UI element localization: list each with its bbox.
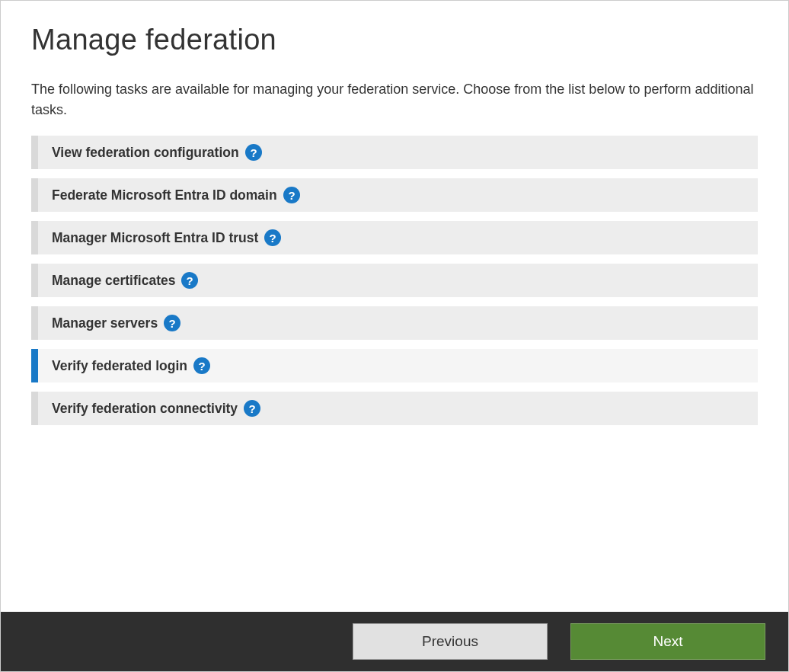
next-button[interactable]: Next <box>570 623 765 660</box>
previous-button[interactable]: Previous <box>353 623 548 660</box>
task-label: Federate Microsoft Entra ID domain <box>52 187 277 203</box>
task-label: Verify federated login <box>52 358 187 374</box>
task-selection-bar <box>31 306 38 340</box>
task-verify-federated-login[interactable]: Verify federated login ? <box>31 349 758 382</box>
footer: Previous Next <box>1 612 788 671</box>
task-selection-bar <box>31 349 38 382</box>
task-manage-certificates[interactable]: Manage certificates ? <box>31 264 758 297</box>
task-label: Manager servers <box>52 315 158 331</box>
help-icon[interactable]: ? <box>181 272 198 289</box>
task-manager-servers[interactable]: Manager servers ? <box>31 306 758 340</box>
svg-text:?: ? <box>270 232 276 245</box>
task-list: View federation configuration ? Federate… <box>31 136 758 425</box>
help-icon[interactable]: ? <box>244 400 260 417</box>
svg-text:?: ? <box>249 402 256 415</box>
task-label: Manage certificates <box>52 273 175 289</box>
page-title: Manage federation <box>31 24 758 56</box>
page-description: The following tasks are available for ma… <box>31 79 758 120</box>
help-icon[interactable]: ? <box>245 144 262 161</box>
task-selection-bar <box>31 221 38 254</box>
task-selection-bar <box>31 264 38 297</box>
svg-text:?: ? <box>169 317 176 330</box>
task-label: Manager Microsoft Entra ID trust <box>52 230 258 246</box>
task-federate-entra-id-domain[interactable]: Federate Microsoft Entra ID domain ? <box>31 178 758 212</box>
task-verify-federation-connectivity[interactable]: Verify federation connectivity ? <box>31 392 758 425</box>
task-view-federation-configuration[interactable]: View federation configuration ? <box>31 136 758 169</box>
help-icon[interactable]: ? <box>264 229 281 246</box>
svg-text:?: ? <box>187 274 193 287</box>
svg-text:?: ? <box>198 360 205 373</box>
task-selection-bar <box>31 136 38 169</box>
task-label: Verify federation connectivity <box>52 401 238 417</box>
task-selection-bar <box>31 178 38 212</box>
svg-text:?: ? <box>250 146 257 159</box>
help-icon[interactable]: ? <box>193 357 210 374</box>
task-selection-bar <box>31 392 38 425</box>
help-icon[interactable]: ? <box>283 187 300 203</box>
svg-text:?: ? <box>288 189 295 202</box>
task-label: View federation configuration <box>52 145 239 161</box>
task-manager-entra-id-trust[interactable]: Manager Microsoft Entra ID trust ? <box>31 221 758 254</box>
help-icon[interactable]: ? <box>164 315 180 331</box>
